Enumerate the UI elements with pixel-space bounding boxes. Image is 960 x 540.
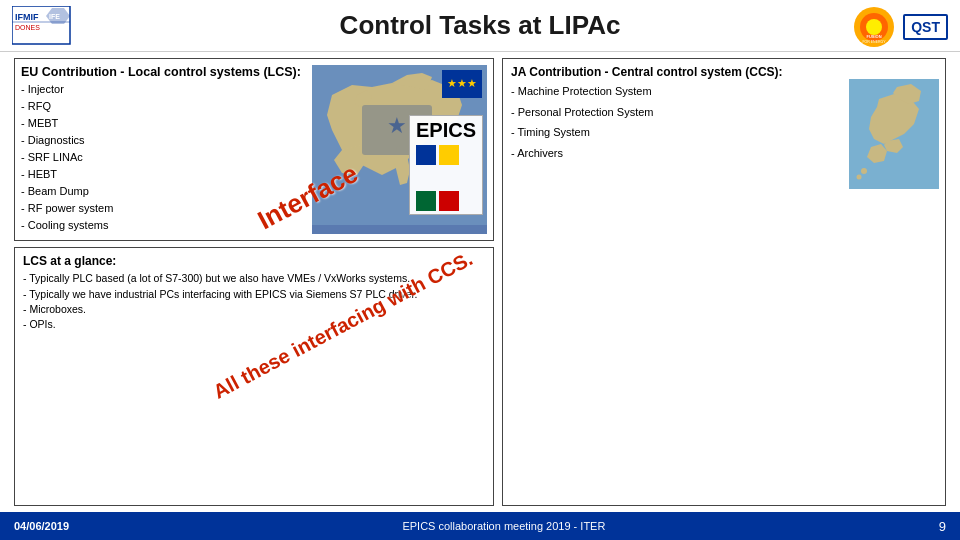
epics-spacer (416, 168, 436, 188)
eu-contribution-text: EU Contribution - Local control systems … (21, 65, 306, 234)
list-item: HEBT (21, 166, 306, 183)
footer-page-number: 9 (939, 519, 946, 534)
svg-text:★: ★ (387, 113, 407, 138)
left-column: EU Contribution - Local control systems … (14, 58, 494, 506)
epics-diagram: EPICS (409, 115, 483, 215)
epics-title: EPICS (416, 119, 476, 142)
ja-contribution-box: JA Contribution - Central control system… (502, 58, 946, 506)
epics-squares (416, 145, 476, 211)
lcs-glance-box: LCS at a glance: Typically PLC based (a … (14, 247, 494, 506)
europe-map: ★ ★★★ EPICS (312, 65, 487, 234)
japan-map-svg (849, 79, 939, 189)
list-item: Beam Dump (21, 183, 306, 200)
epics-square-red (439, 191, 459, 211)
svg-text:FOR ENERGY: FOR ENERGY (863, 40, 887, 44)
right-column: JA Contribution - Central control system… (502, 58, 946, 506)
eu-contribution-heading: EU Contribution - Local control systems … (21, 65, 306, 79)
lcs-list: Typically PLC based (a lot of S7-300) bu… (23, 271, 485, 332)
list-item: Cooling systems (21, 217, 306, 234)
list-item: Typically we have industrial PCs interfa… (23, 287, 485, 302)
footer-date: 04/06/2019 (14, 520, 69, 532)
lcs-heading: LCS at a glance: (23, 254, 485, 268)
footer-center-text: EPICS collaboration meeting 2019 - ITER (402, 520, 605, 532)
list-item: OPIs. (23, 317, 485, 332)
ifmif-logo-icon: IFMIF DONES IFE (12, 6, 72, 46)
epics-square-green (416, 191, 436, 211)
qst-logo-icon: QST (903, 14, 948, 40)
page-title: Control Tasks at LIPAc (340, 10, 621, 41)
list-item: Microboxes. (23, 302, 485, 317)
svg-text:DONES: DONES (15, 24, 40, 31)
list-item: SRF LINAc (21, 149, 306, 166)
logo-left: IFMIF DONES IFE (12, 6, 72, 46)
list-item: MEBT (21, 115, 306, 132)
svg-text:IFE: IFE (49, 13, 60, 20)
list-item: RF power system (21, 200, 306, 217)
eu-contribution-list: Injector RFQ MEBT Diagnostics SRF LINAc … (21, 81, 306, 234)
svg-text:IFMIF: IFMIF (15, 12, 39, 22)
fusion-logo-icon: FUSION FOR ENERGY (853, 6, 895, 48)
list-item: Typically PLC based (a lot of S7-300) bu… (23, 271, 485, 286)
epics-spacer2 (439, 168, 459, 188)
epics-square-yellow (439, 145, 459, 165)
epics-square-blue (416, 145, 436, 165)
svg-text:FUSION: FUSION (867, 34, 882, 39)
list-item: Diagnostics (21, 132, 306, 149)
svg-point-27 (861, 168, 867, 174)
ja-heading: JA Contribution - Central control system… (511, 65, 937, 79)
svg-text:★★★: ★★★ (447, 77, 477, 89)
eu-contribution-box: EU Contribution - Local control systems … (14, 58, 494, 241)
list-item: Injector (21, 81, 306, 98)
list-item: RFQ (21, 98, 306, 115)
content-area: EU Contribution - Local control systems … (0, 52, 960, 512)
svg-point-28 (857, 175, 862, 180)
header: IFMIF DONES IFE Control Tasks at LIPAc F… (0, 0, 960, 52)
svg-point-8 (866, 19, 882, 35)
logo-right: FUSION FOR ENERGY QST (853, 6, 948, 48)
footer: 04/06/2019 EPICS collaboration meeting 2… (0, 512, 960, 540)
